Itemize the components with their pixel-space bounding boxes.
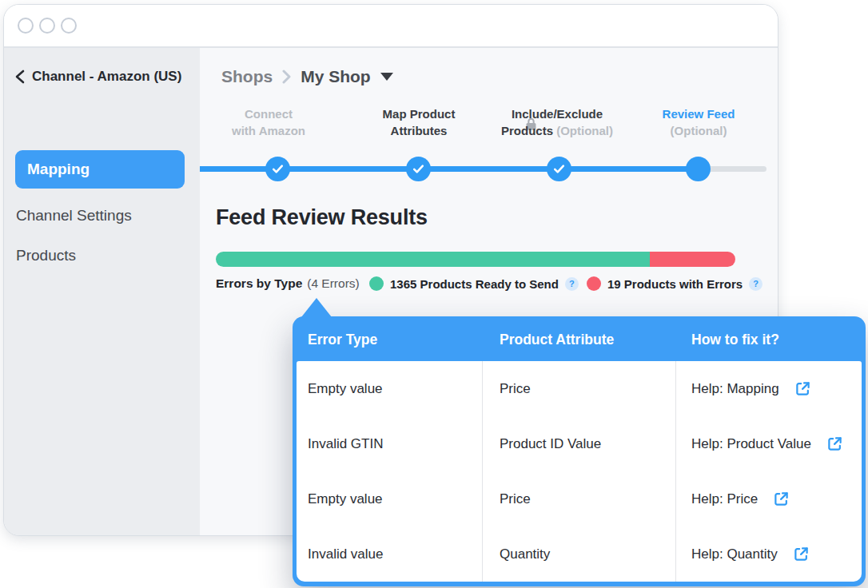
error-type-cell: Invalid value — [297, 546, 482, 562]
column-header-how-to-fix: How to fix it? — [691, 332, 779, 348]
page-title: Feed Review Results — [216, 205, 428, 230]
sidebar-item-mapping[interactable]: Mapping — [15, 150, 185, 189]
shop-selector[interactable]: My Shop — [301, 67, 393, 86]
shop-selector-label: My Shop — [301, 67, 371, 86]
window-control-icon[interactable] — [39, 18, 55, 34]
table-row: Invalid value Quantity Help: Quantity — [297, 526, 862, 582]
feed-progress-bar — [216, 252, 735, 267]
help-link[interactable]: Help: Price — [675, 491, 862, 507]
legend-row: Errors by Type (4 Errors) 1365 Products … — [216, 276, 767, 294]
external-link-icon — [794, 546, 809, 562]
step-dot-check-icon[interactable] — [547, 157, 571, 181]
errors-popup: Error Type Product Attribute How to fix … — [293, 316, 866, 586]
column-divider — [482, 361, 483, 582]
step-dot-check-icon[interactable] — [265, 157, 290, 181]
external-link-icon — [827, 436, 842, 451]
progress-error-segment — [650, 252, 735, 267]
chevron-right-icon — [281, 70, 292, 84]
window-control-icon[interactable] — [61, 18, 77, 34]
external-link-icon — [774, 491, 789, 507]
help-question-icon[interactable]: ? — [749, 277, 762, 291]
error-type-cell: Empty value — [297, 381, 482, 397]
step-dot-check-icon[interactable] — [406, 157, 431, 181]
breadcrumb-shops-link[interactable]: Shops — [221, 67, 273, 86]
sidebar-item-products[interactable]: Products — [16, 247, 76, 264]
column-header-product-attribute: Product Attribute — [500, 332, 614, 348]
error-type-cell: Invalid GTIN — [297, 436, 482, 452]
ready-dot-icon — [369, 276, 384, 291]
back-label: Channel - Amazon (US) — [32, 69, 181, 85]
sidebar: Channel - Amazon (US) Mapping Channel Se… — [4, 48, 200, 535]
legend-errors: 19 Products with Errors ? — [587, 276, 762, 291]
table-row: Invalid GTIN Product ID Value Help: Prod… — [297, 416, 862, 471]
chevron-left-icon — [14, 70, 26, 84]
step-map-product-attributes[interactable]: Map Product Attributes — [383, 105, 456, 139]
attribute-cell: Price — [482, 491, 675, 507]
step-dot-active[interactable] — [686, 157, 711, 181]
column-divider — [675, 361, 676, 582]
back-nav[interactable]: Channel - Amazon (US) — [14, 69, 181, 85]
help-link[interactable]: Help: Mapping — [675, 381, 862, 397]
screenshot-stage: Channel - Amazon (US) Mapping Channel Se… — [0, 0, 868, 588]
attribute-cell: Price — [482, 381, 675, 397]
window-control-icon[interactable] — [18, 18, 34, 34]
progress-ready-segment — [216, 252, 650, 267]
help-link[interactable]: Help: Quantity — [675, 546, 862, 562]
window-titlebar — [4, 5, 778, 48]
caret-down-icon — [380, 73, 393, 81]
popup-pointer — [301, 298, 332, 317]
table-row: Empty value Price Help: Price — [297, 471, 862, 526]
error-dot-icon — [587, 276, 601, 291]
popup-table-header: Error Type Product Attribute How to fix … — [293, 316, 866, 361]
legend-ready: 1365 Products Ready to Send ? — [369, 276, 579, 291]
attribute-cell: Quantity — [482, 546, 675, 562]
step-include-exclude-products[interactable]: Include/Exclude Products (Optional) — [501, 105, 613, 139]
attribute-cell: Product ID Value — [482, 436, 675, 452]
external-link-icon — [795, 381, 810, 396]
errors-by-type-label: Errors by Type (4 Errors) — [216, 276, 360, 291]
sidebar-item-channel-settings[interactable]: Channel Settings — [16, 207, 132, 224]
error-type-cell: Empty value — [297, 491, 482, 507]
step-review-feed[interactable]: Review Feed (Optional) — [663, 105, 735, 139]
column-header-error-type: Error Type — [308, 332, 377, 348]
table-row: Empty value Price Help: Mapping — [297, 361, 862, 416]
step-connect-with-amazon[interactable]: Connect with Amazon — [232, 105, 305, 139]
breadcrumb: Shops My Shop — [221, 67, 393, 86]
help-question-icon[interactable]: ? — [565, 277, 579, 291]
help-link[interactable]: Help: Product Value — [675, 436, 862, 452]
popup-table-body: Empty value Price Help: Mapping Invalid … — [297, 361, 862, 582]
